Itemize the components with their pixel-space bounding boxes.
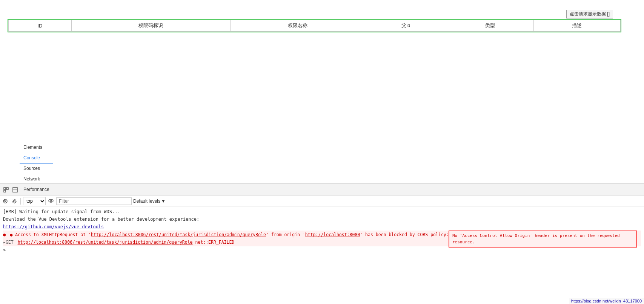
table-header-cell: 权限名称 (230, 20, 365, 32)
devtools-tab-console[interactable]: Console (20, 153, 53, 163)
devtools-tab-elements[interactable]: Elements (20, 142, 53, 153)
data-table-container: 点击请求显示数据 [] ID权限码标识权限名称父id类型描述 (8, 19, 621, 32)
table-header-cell: 类型 (447, 20, 533, 32)
table-header-cell: 父id (365, 20, 447, 32)
data-table: ID权限码标识权限名称父id类型描述 (8, 20, 621, 32)
devtools-tab-sources[interactable]: Sources (20, 163, 53, 174)
table-header-cell: 权限码标识 (71, 20, 230, 32)
table-header-cell: 描述 (533, 20, 620, 32)
devtools-tabs-list: ElementsConsoleSourcesNetworkPerformance… (20, 142, 54, 174)
show-data-button[interactable]: 点击请求显示数据 [] (566, 10, 613, 18)
table-header-cell: ID (9, 20, 72, 32)
table-header-row: ID权限码标识权限名称父id类型描述 (9, 20, 621, 32)
top-content: 点击请求显示数据 [] ID权限码标识权限名称父id类型描述 (0, 0, 644, 173)
